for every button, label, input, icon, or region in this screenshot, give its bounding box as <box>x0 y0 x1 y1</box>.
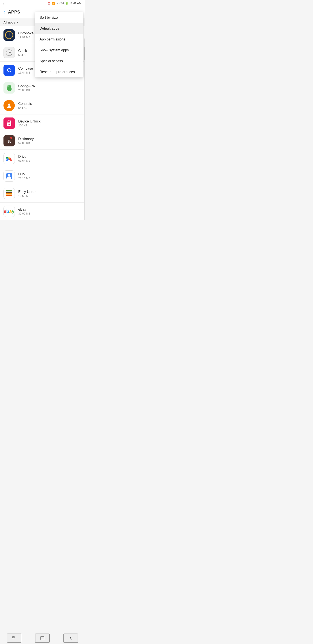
scroll-thumb <box>84 47 85 60</box>
app-size: 10.50 MB <box>18 194 36 198</box>
app-size: 32.00 MB <box>18 212 30 215</box>
app-size: 16.44 MB <box>18 71 33 74</box>
app-icon-contacts <box>3 100 15 111</box>
svg-rect-10 <box>9 90 11 91</box>
list-item[interactable]: ConfigAPK 20.00 KB <box>0 79 85 97</box>
app-info-duo: Duo 28.18 MB <box>18 172 30 180</box>
list-item[interactable]: Duo 28.18 MB <box>0 167 85 185</box>
list-item[interactable]: ebay eBay 32.00 MB <box>0 202 85 220</box>
app-size: 544 KB <box>18 106 32 110</box>
app-info-chrono24: Chrono24 19.91 MB <box>18 31 33 39</box>
filter-arrow: ▼ <box>16 21 18 24</box>
menu-item-reset-app-preferences[interactable]: Reset app preferences <box>35 66 83 78</box>
status-bar: ✓ ⏰ 📶 ▲ 70% 🔋 11:48 AM <box>0 0 85 6</box>
back-button[interactable]: ‹ <box>3 9 5 16</box>
app-info-ebay: eBay 32.00 MB <box>18 208 30 215</box>
svg-rect-29 <box>6 192 12 193</box>
app-info-easy-unrar: Easy Unrar 10.50 MB <box>18 190 36 198</box>
page-title: APPS <box>8 10 20 14</box>
app-size: 200 KB <box>18 124 40 127</box>
filter-label[interactable]: All apps ▼ <box>3 20 18 24</box>
app-size: 19.91 MB <box>18 36 33 39</box>
app-size: 584 KB <box>18 53 28 56</box>
app-size: 52.00 KB <box>18 142 34 145</box>
svg-rect-28 <box>6 193 12 194</box>
app-name: Contacts <box>18 102 32 106</box>
svg-rect-30 <box>6 190 12 192</box>
battery-percent: 70% <box>59 2 64 5</box>
app-icon-coinbase: C <box>3 64 15 76</box>
app-name: Duo <box>18 172 30 176</box>
svg-point-1 <box>9 34 9 36</box>
app-name: Device Unlock <box>18 120 40 123</box>
svg-rect-8 <box>11 88 11 90</box>
wifi-icon: 📶 <box>51 2 55 5</box>
svg-point-5 <box>9 52 9 53</box>
app-info-clock: Clock 584 KB <box>18 49 28 56</box>
app-name: Easy Unrar <box>18 190 36 194</box>
list-item[interactable]: Drive 63.64 MB <box>0 150 85 167</box>
menu-item-default-apps[interactable]: Default apps <box>35 23 83 34</box>
svg-rect-27 <box>6 195 12 196</box>
list-item[interactable]: Easy Unrar 10.50 MB <box>0 185 85 202</box>
list-item[interactable]: Contacts 544 KB <box>0 97 85 114</box>
checkmark-icon: ✓ <box>2 2 5 6</box>
menu-item-show-system-apps[interactable]: Show system apps <box>35 45 83 56</box>
svg-point-11 <box>7 85 11 88</box>
svg-line-14 <box>7 85 8 86</box>
app-icon-drive <box>3 153 15 164</box>
menu-item-special-access[interactable]: Special access <box>35 56 83 66</box>
app-size: 28.18 MB <box>18 177 30 180</box>
app-icon-duo <box>3 170 15 182</box>
status-right: ⏰ 📶 ▲ 70% 🔋 11:48 AM <box>47 2 81 5</box>
svg-point-26 <box>8 174 10 177</box>
app-name: ConfigAPK <box>18 84 35 88</box>
app-name: Coinbase <box>18 66 33 70</box>
app-info-device-unlock: Device Unlock 200 KB <box>18 120 40 127</box>
app-icon-clock <box>3 47 15 58</box>
app-name: Clock <box>18 49 28 53</box>
app-name: Chrono24 <box>18 31 33 35</box>
time: 11:48 AM <box>69 2 81 5</box>
dropdown-menu: Sort by size Default apps App permission… <box>35 12 83 78</box>
menu-item-sort-by-size[interactable]: Sort by size <box>35 12 83 23</box>
app-info-drive: Drive 63.64 MB <box>18 155 30 162</box>
app-size: 20.00 KB <box>18 88 35 92</box>
app-info-configapk: ConfigAPK 20.00 KB <box>18 84 35 92</box>
svg-rect-7 <box>7 88 7 90</box>
alarm-icon: ⏰ <box>47 2 51 5</box>
app-name: eBay <box>18 208 30 212</box>
app-icon-ebay: ebay <box>3 206 15 217</box>
app-info-dictionary: Dictionary 52.00 KB <box>18 137 34 145</box>
list-item[interactable]: a Dictionary 52.00 KB <box>0 132 85 150</box>
signal-icon: ▲ <box>56 2 58 4</box>
app-icon-easy-unrar <box>3 188 15 199</box>
svg-point-13 <box>9 86 10 87</box>
app-icon-configapk <box>3 82 15 94</box>
menu-item-app-permissions[interactable]: App permissions <box>35 34 83 45</box>
app-info-contacts: Contacts 544 KB <box>18 102 32 110</box>
svg-point-18 <box>8 124 10 125</box>
battery-icon: 🔋 <box>65 2 68 5</box>
app-size: 63.64 MB <box>18 159 30 162</box>
app-icon-device-unlock <box>3 118 15 129</box>
filter-text: All apps <box>3 20 15 24</box>
app-icon-chrono24 <box>3 29 15 41</box>
svg-rect-9 <box>7 90 9 91</box>
app-icon-dictionary: a <box>3 135 15 146</box>
scroll-indicator <box>84 38 85 220</box>
list-item[interactable]: Device Unlock 200 KB <box>0 114 85 132</box>
app-name: Dictionary <box>18 137 34 141</box>
svg-point-16 <box>8 104 10 106</box>
app-name: Drive <box>18 155 30 158</box>
svg-text:ebay: ebay <box>4 209 14 214</box>
svg-line-15 <box>10 85 11 86</box>
app-info-coinbase: Coinbase 16.44 MB <box>18 66 33 74</box>
svg-point-12 <box>8 86 9 87</box>
